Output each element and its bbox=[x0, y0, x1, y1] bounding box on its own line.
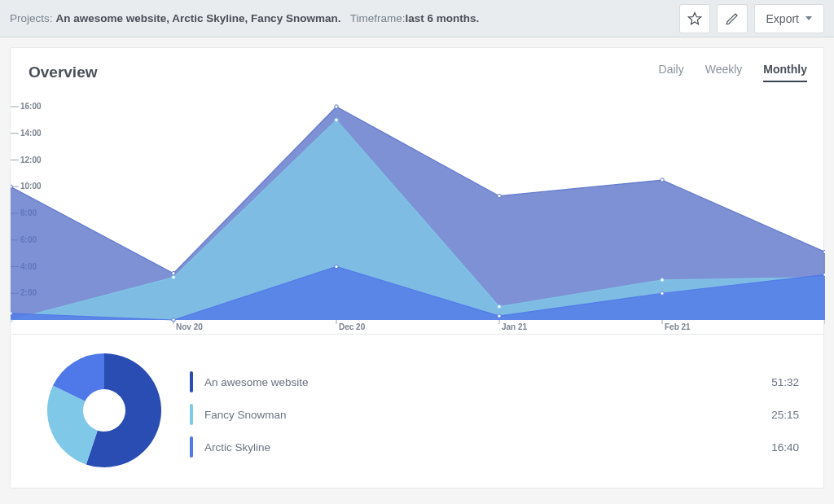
legend-time: 16:40 bbox=[771, 441, 799, 454]
svg-point-27 bbox=[661, 278, 664, 282]
chevron-down-icon bbox=[805, 16, 812, 20]
granularity-tabs: Daily Weekly Monthly bbox=[659, 63, 807, 82]
timeframe-label: Timeframe: bbox=[344, 12, 405, 24]
svg-point-17 bbox=[11, 185, 12, 188]
tab-daily[interactable]: Daily bbox=[659, 63, 684, 82]
svg-marker-0 bbox=[688, 12, 700, 24]
svg-text:12:00: 12:00 bbox=[20, 156, 42, 164]
svg-point-20 bbox=[498, 195, 501, 198]
legend-time: 51:32 bbox=[771, 376, 799, 388]
legend-name: An awesome website bbox=[204, 376, 771, 388]
export-button[interactable]: Export bbox=[754, 4, 824, 33]
donut-slice[interactable] bbox=[47, 386, 98, 465]
card-header: Overview Daily Weekly Monthly bbox=[11, 48, 823, 90]
legend-color-swatch bbox=[190, 404, 193, 425]
svg-point-32 bbox=[498, 314, 501, 318]
svg-text:Nov 20: Nov 20 bbox=[176, 322, 203, 331]
svg-text:Feb 21: Feb 21 bbox=[665, 322, 691, 331]
svg-text:Dec 20: Dec 20 bbox=[339, 322, 366, 331]
svg-point-24 bbox=[172, 275, 175, 278]
legend-name: Arctic Skyline bbox=[204, 441, 771, 454]
star-icon bbox=[687, 11, 702, 26]
svg-point-18 bbox=[172, 271, 175, 274]
pencil-icon bbox=[725, 11, 740, 26]
legend-name: Fancy Snowman bbox=[204, 409, 771, 421]
favorite-button[interactable] bbox=[679, 4, 710, 33]
tab-monthly[interactable]: Monthly bbox=[763, 63, 807, 82]
legend-item[interactable]: An awesome website51:32 bbox=[190, 371, 799, 392]
overview-card: Overview Daily Weekly Monthly 2:004:006:… bbox=[10, 47, 824, 489]
export-label: Export bbox=[766, 12, 799, 25]
topbar: Projects: An awesome website, Arctic Sky… bbox=[0, 0, 834, 37]
svg-text:10:00: 10:00 bbox=[20, 182, 42, 191]
area-chart: 2:004:006:008:0010:0012:0014:0016:00Nov … bbox=[11, 90, 823, 335]
svg-point-33 bbox=[661, 291, 664, 295]
legend-color-swatch bbox=[190, 371, 193, 392]
tab-weekly[interactable]: Weekly bbox=[705, 63, 743, 82]
svg-text:16:00: 16:00 bbox=[20, 102, 42, 111]
page-title: Overview bbox=[29, 64, 98, 81]
timeframe-value[interactable]: last 6 months. bbox=[405, 12, 479, 24]
svg-point-29 bbox=[11, 312, 12, 315]
svg-point-22 bbox=[823, 250, 825, 253]
projects-value[interactable]: An awesome website, Arctic Skyline, Fanc… bbox=[56, 12, 341, 24]
legend-item[interactable]: Arctic Skyline16:40 bbox=[190, 436, 799, 458]
svg-point-34 bbox=[823, 273, 825, 276]
projects-label: Projects: bbox=[10, 12, 53, 24]
edit-button[interactable] bbox=[717, 4, 748, 33]
legend-time: 25:15 bbox=[771, 409, 799, 421]
legend-color-swatch bbox=[190, 436, 193, 458]
svg-point-31 bbox=[335, 265, 338, 268]
svg-point-19 bbox=[335, 105, 338, 108]
legend-row: An awesome website51:32Fancy Snowman25:1… bbox=[11, 335, 823, 488]
svg-point-21 bbox=[661, 178, 664, 182]
svg-text:Jan 21: Jan 21 bbox=[502, 322, 528, 331]
svg-point-26 bbox=[498, 305, 501, 308]
legend-list: An awesome website51:32Fancy Snowman25:1… bbox=[190, 363, 799, 458]
legend-item[interactable]: Fancy Snowman25:15 bbox=[190, 404, 799, 425]
svg-text:14:00: 14:00 bbox=[20, 129, 42, 138]
svg-point-25 bbox=[335, 118, 338, 121]
donut-chart bbox=[43, 349, 165, 471]
